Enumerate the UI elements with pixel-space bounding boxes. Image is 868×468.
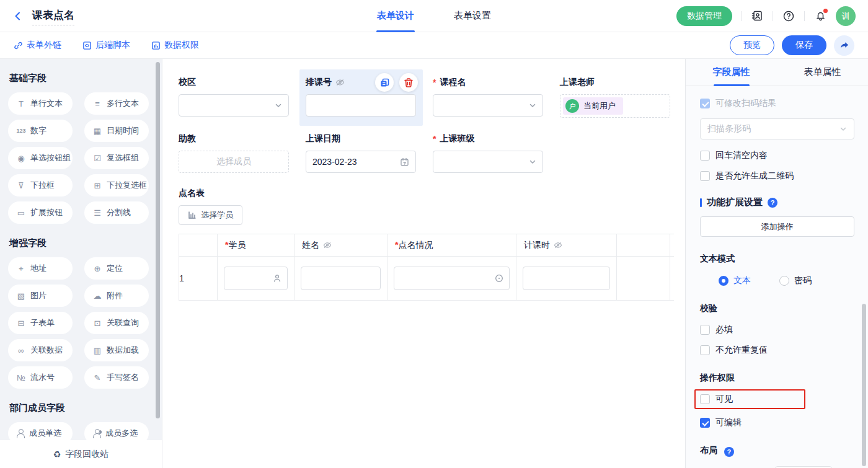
locate-icon: ⊕ bbox=[92, 265, 102, 273]
palette-item-dropdown[interactable]: ⊽下拉框 bbox=[8, 174, 73, 196]
person-icon bbox=[273, 274, 281, 283]
tab-form-design[interactable]: 表单设计 bbox=[377, 0, 414, 32]
palette-item-multi-dropdown[interactable]: ⊞下拉复选框 bbox=[84, 174, 149, 196]
palette-item-checkbox-group[interactable]: ☑复选框组 bbox=[84, 147, 149, 169]
select-students-button[interactable]: 选择学员 bbox=[179, 205, 242, 225]
notification-bell-icon[interactable] bbox=[813, 9, 827, 23]
field-recycle-bin[interactable]: ♻ 字段回收站 bbox=[0, 440, 162, 468]
campus-select[interactable] bbox=[179, 94, 289, 117]
field-schedule-no-selected[interactable]: 排课号 bbox=[306, 76, 416, 118]
palette-item-single-text[interactable]: T单行文本 bbox=[8, 92, 73, 115]
button-icon: ▭ bbox=[16, 209, 26, 217]
trash-icon bbox=[404, 77, 414, 88]
scan-mode-select[interactable]: 扫描条形码 bbox=[700, 118, 854, 139]
current-user-tag[interactable]: 户 当前用户 bbox=[563, 97, 623, 115]
palette-item-linked-query[interactable]: ⊡关联查询 bbox=[84, 312, 149, 334]
permission-title: 操作权限 bbox=[700, 373, 854, 384]
sidebar-scrollbar[interactable] bbox=[156, 62, 160, 418]
chevron-down-icon bbox=[839, 125, 847, 133]
name-cell-input[interactable] bbox=[301, 267, 381, 290]
teacher-member-box[interactable]: 户 当前用户 bbox=[560, 94, 670, 118]
palette-item-attachment[interactable]: ☁附件 bbox=[84, 285, 149, 307]
help-icon[interactable] bbox=[782, 9, 795, 23]
schedule-no-input[interactable] bbox=[306, 94, 416, 117]
basic-fields-grid: T单行文本 ≡多行文本 123数字 ▦日期时间 ◉单选按钮组 ☑复选框组 ⊽下拉… bbox=[8, 92, 162, 224]
data-manage-button[interactable]: 数据管理 bbox=[676, 6, 732, 26]
checkbox-unchecked bbox=[700, 151, 710, 161]
form-toolbar: 表单外链 后端脚本 数据权限 预览 保存 bbox=[0, 32, 868, 59]
class-name-select[interactable] bbox=[433, 151, 543, 173]
palette-item-signature[interactable]: ✎手写签名 bbox=[84, 366, 149, 389]
palette-item-radio-group[interactable]: ◉单选按钮组 bbox=[8, 147, 73, 169]
checkbox-checked-disabled bbox=[700, 99, 710, 108]
palette-item-extend-button[interactable]: ▭扩展按钮 bbox=[8, 201, 73, 224]
editable-checkbox[interactable]: 可编辑 bbox=[700, 417, 854, 428]
tab-field-properties[interactable]: 字段属性 bbox=[686, 59, 777, 86]
user-avatar[interactable]: 训 bbox=[836, 6, 856, 26]
class-date-input[interactable]: 2023-02-23 bbox=[306, 151, 416, 173]
allow-qrcode-checkbox[interactable]: 是否允许生成二维码 bbox=[700, 170, 854, 182]
chevron-down-icon bbox=[529, 102, 536, 109]
help-badge-icon[interactable]: ? bbox=[724, 447, 734, 457]
palette-item-data-load[interactable]: ▥数据加载 bbox=[84, 339, 149, 361]
field-campus[interactable]: 校区 bbox=[179, 76, 289, 118]
palette-item-linked-data[interactable]: ∞关联数据 bbox=[8, 339, 73, 361]
save-button[interactable]: 保存 bbox=[782, 35, 826, 55]
external-link-button[interactable]: 表单外链 bbox=[14, 40, 61, 51]
checkbox-unchecked bbox=[700, 345, 710, 355]
palette-item-image[interactable]: ▧图片 bbox=[8, 285, 73, 307]
link-icon bbox=[14, 41, 23, 50]
palette-item-subform[interactable]: ⊟子表单 bbox=[8, 312, 73, 334]
backend-script-button[interactable]: 后端脚本 bbox=[82, 40, 130, 51]
duplicate-field-button[interactable] bbox=[375, 73, 394, 92]
subform-rollcall[interactable]: 点名表 选择学员 *学员 姓名 *点名情况 计课时 bbox=[179, 188, 685, 301]
preview-button[interactable]: 预览 bbox=[730, 35, 774, 55]
back-button[interactable] bbox=[12, 11, 24, 22]
no-duplicate-checkbox[interactable]: 不允许重复值 bbox=[700, 345, 854, 356]
tab-form-properties[interactable]: 表单属性 bbox=[777, 59, 868, 86]
student-cell-input[interactable] bbox=[224, 267, 288, 290]
radio-text-mode[interactable]: 文本 bbox=[719, 275, 751, 286]
palette-item-address[interactable]: ⌖地址 bbox=[8, 257, 73, 280]
divider bbox=[741, 11, 742, 21]
palette-item-multi-text[interactable]: ≡多行文本 bbox=[84, 92, 149, 115]
panel-scrollbar[interactable] bbox=[862, 304, 866, 466]
chevron-down-icon bbox=[529, 158, 536, 166]
multi-dropdown-icon: ⊞ bbox=[92, 182, 102, 190]
scan-result-editable-checkbox[interactable]: 可修改扫码结果 bbox=[700, 98, 854, 109]
add-action-button[interactable]: 添加操作 bbox=[700, 216, 854, 237]
address-book-icon[interactable] bbox=[750, 9, 764, 23]
field-class-date[interactable]: 上课日期 2023-02-23 bbox=[306, 133, 416, 173]
header: 课表点名 表单设计 表单设置 数据管理 训 bbox=[0, 0, 868, 32]
assistant-member-picker[interactable]: 选择成员 bbox=[179, 151, 289, 173]
course-select[interactable] bbox=[433, 94, 543, 117]
help-badge-icon[interactable]: ? bbox=[768, 198, 777, 208]
data-permission-button[interactable]: 数据权限 bbox=[151, 40, 199, 51]
rollcall-cell-input[interactable] bbox=[394, 267, 510, 290]
notification-dot bbox=[823, 9, 828, 13]
palette-item-serial-number[interactable]: №流水号 bbox=[8, 366, 73, 389]
field-course[interactable]: *课程名 bbox=[433, 76, 543, 118]
recycle-icon: ♻ bbox=[53, 449, 61, 459]
palette-item-number[interactable]: 123数字 bbox=[8, 120, 73, 142]
palette-item-datetime[interactable]: ▦日期时间 bbox=[84, 120, 149, 142]
toolbar-actions: 预览 保存 bbox=[730, 35, 854, 56]
field-assistant[interactable]: 助教 选择成员 bbox=[179, 133, 289, 173]
chevron-left-icon bbox=[12, 11, 24, 22]
hours-cell-input[interactable] bbox=[523, 267, 610, 290]
field-class-name[interactable]: *上课班级 bbox=[433, 133, 543, 173]
checkbox-checked bbox=[700, 418, 710, 428]
member-single-icon bbox=[16, 429, 25, 438]
tab-form-settings[interactable]: 表单设置 bbox=[454, 0, 491, 32]
radio-password-mode[interactable]: 密码 bbox=[779, 275, 812, 286]
palette-item-divider[interactable]: ☰分割线 bbox=[84, 201, 149, 224]
delete-field-button[interactable] bbox=[399, 73, 418, 92]
radio-unselected bbox=[779, 276, 789, 286]
field-teacher[interactable]: 上课老师 户 当前用户 bbox=[560, 76, 670, 118]
share-button[interactable] bbox=[834, 35, 854, 56]
palette-item-location[interactable]: ⊕定位 bbox=[84, 257, 149, 280]
required-checkbox[interactable]: 必填 bbox=[700, 324, 854, 335]
enter-clear-checkbox[interactable]: 回车清空内容 bbox=[700, 150, 854, 161]
visible-checkbox[interactable]: 可见 bbox=[700, 394, 804, 405]
subform-icon: ⊟ bbox=[16, 319, 26, 327]
